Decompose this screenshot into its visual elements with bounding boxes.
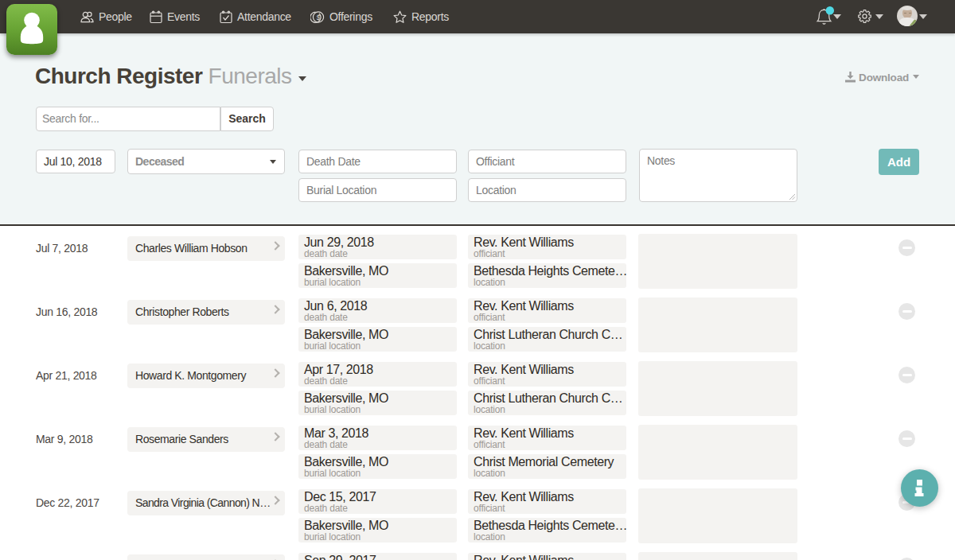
svg-text:$: $ — [317, 13, 321, 21]
